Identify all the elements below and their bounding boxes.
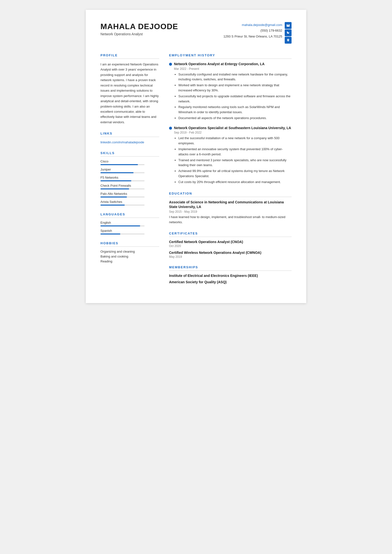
resume-container: MAHALA DEJOODE Network Operations Analys…	[86, 10, 306, 303]
body: PROFILE I am an experienced Network Oper…	[100, 53, 292, 291]
job-bullet: Cut costs by 20% through efficient resou…	[178, 180, 292, 185]
certificates-section: CERTIFICATES Certified Network Operation…	[169, 232, 292, 259]
job-bullet: Regularly monitored networks using tools…	[178, 105, 292, 115]
skill-bar-fill	[100, 205, 125, 206]
hobby-item: Reading	[100, 259, 159, 263]
skill-bar-bg	[100, 164, 145, 165]
location-icon-box	[285, 37, 292, 44]
job-item: Network Operations Analyst at Entergy Co…	[169, 62, 292, 121]
job-bullet: Led the successful installation of a new…	[178, 136, 292, 146]
skill-item: Juniper	[100, 168, 159, 173]
profile-text: I am an experienced Network Operations A…	[100, 62, 159, 125]
education-title: EDUCATION	[169, 192, 292, 197]
edu-dates: Sep 2015 - May 2019	[169, 210, 292, 213]
languages-section: LANGUAGES English Spanish	[100, 212, 159, 234]
candidate-title: Network Operations Analyst	[100, 32, 178, 36]
contact-icons	[285, 22, 292, 44]
language-name: Spanish	[100, 229, 159, 233]
jobs-list: Network Operations Analyst at Entergy Co…	[169, 62, 292, 185]
header: MAHALA DEJOODE Network Operations Analys…	[100, 22, 292, 44]
skill-bar-bg	[100, 172, 145, 173]
skill-name: F5 Networks	[100, 176, 159, 179]
skill-bar-fill	[100, 172, 134, 173]
skill-bar-fill	[100, 180, 131, 181]
cert-name: Certified Wireless Network Operations An…	[169, 251, 292, 255]
cert-date: Oct 2020	[169, 244, 292, 248]
skill-name: Cisco	[100, 160, 159, 163]
job-dates: Mar 2022 - Present	[174, 67, 292, 71]
location-icon	[286, 38, 290, 42]
address-text: 1293 S Prieur St, New Orleans, LA 70125	[223, 34, 282, 39]
skill-bar-bg	[100, 180, 145, 181]
skill-item: Arista Switches	[100, 200, 159, 206]
skills-title: SKILLS	[100, 151, 159, 157]
job-bullet: Implemented an innovative security syste…	[178, 147, 292, 157]
phone-icon	[286, 31, 290, 35]
links-section: LINKS linkedin.com/in/mahaladejoode	[100, 132, 159, 144]
job-item: Network Operations Specialist at Southea…	[169, 126, 292, 185]
job-bullet: Successfully configured and installed ne…	[178, 72, 292, 82]
edu-desc: I have learned how to design, implement,…	[169, 215, 292, 225]
skill-item: Palo Alto Networks	[100, 192, 159, 197]
email-icon-box	[285, 22, 292, 29]
job-dot	[169, 63, 172, 66]
job-bullet: Trained and mentored 3 junior network sp…	[178, 158, 292, 168]
languages-list: English Spanish	[100, 221, 159, 234]
phone-icon-box	[285, 29, 292, 36]
cert-item: Certified Wireless Network Operations An…	[169, 251, 292, 259]
left-column: PROFILE I am an experienced Network Oper…	[100, 53, 159, 291]
candidate-name: MAHALA DEJOODE	[100, 22, 178, 31]
skill-item: Cisco	[100, 160, 159, 165]
job-bullets: Successfully configured and installed ne…	[174, 72, 292, 121]
hobby-item: Baking and cooking	[100, 255, 159, 258]
skill-name: Arista Switches	[100, 200, 159, 204]
job-bullet: Worked with team to design and implement…	[178, 83, 292, 93]
skill-bar-fill	[100, 197, 127, 197]
hobbies-title: HOBBIES	[100, 241, 159, 247]
cert-item: Certified Network Operations Analyst (CN…	[169, 240, 292, 248]
skills-list: Cisco Juniper F5 Networks Check Point Fi…	[100, 160, 159, 206]
right-column: EMPLOYMENT HISTORY Network Operations An…	[169, 53, 292, 291]
language-bar-fill	[100, 234, 120, 234]
education-section: EDUCATION Associate of Science in Networ…	[169, 192, 292, 225]
hobbies-list: Organizing and cleaningBaking and cookin…	[100, 250, 159, 263]
email-icon	[286, 24, 290, 27]
memberships-section: MEMBERSHIPS Institute of Electrical and …	[169, 265, 292, 284]
certificates-title: CERTIFICATES	[169, 232, 292, 237]
contact-info: mahala.dejoode@gmail.com (550) 179-6632 …	[223, 22, 282, 39]
skills-section: SKILLS Cisco Juniper F5 Networks Check P…	[100, 151, 159, 206]
job-title: Network Operations Specialist at Southea…	[174, 126, 292, 131]
languages-title: LANGUAGES	[100, 212, 159, 218]
phone-text: (550) 179-6632	[223, 28, 282, 33]
hobby-item: Organizing and cleaning	[100, 250, 159, 253]
membership-item: Institute of Electrical and Electronics …	[169, 274, 292, 278]
linkedin-link[interactable]: linkedin.com/in/mahaladejoode	[100, 140, 159, 144]
cert-date: May 2019	[169, 255, 292, 259]
job-bullet: Successfully led projects to upgrade out…	[178, 94, 292, 104]
email-link[interactable]: mahala.dejoode@gmail.com	[223, 22, 282, 28]
job-title: Network Operations Analyst at Entergy Co…	[174, 62, 292, 67]
skill-item: Check Point Firewalls	[100, 184, 159, 189]
links-title: LINKS	[100, 132, 159, 137]
language-bar-bg	[100, 234, 145, 234]
certs-list: Certified Network Operations Analyst (CN…	[169, 240, 292, 259]
members-list: Institute of Electrical and Electronics …	[169, 274, 292, 284]
skill-bar-fill	[100, 188, 129, 189]
edu-degree: Associate of Science in Networking and C…	[169, 200, 292, 209]
job-bullet: Documented all aspects of the network op…	[178, 116, 292, 121]
skill-bar-bg	[100, 188, 145, 189]
job-dates: Sep 2019 - Feb 2022	[174, 131, 292, 134]
skill-name: Juniper	[100, 168, 159, 171]
skill-item: F5 Networks	[100, 176, 159, 181]
employment-title: EMPLOYMENT HISTORY	[169, 53, 292, 59]
job-bullet: Achieved 99.9% uptime for all critical s…	[178, 169, 292, 179]
skill-bar-fill	[100, 164, 138, 165]
cert-name: Certified Network Operations Analyst (CN…	[169, 240, 292, 244]
edu-item: Associate of Science in Networking and C…	[169, 200, 292, 225]
skill-bar-bg	[100, 197, 145, 197]
employment-section: EMPLOYMENT HISTORY Network Operations An…	[169, 53, 292, 185]
language-bar-bg	[100, 225, 145, 226]
language-item: English	[100, 221, 159, 226]
skill-name: Palo Alto Networks	[100, 192, 159, 196]
skill-bar-bg	[100, 205, 145, 206]
